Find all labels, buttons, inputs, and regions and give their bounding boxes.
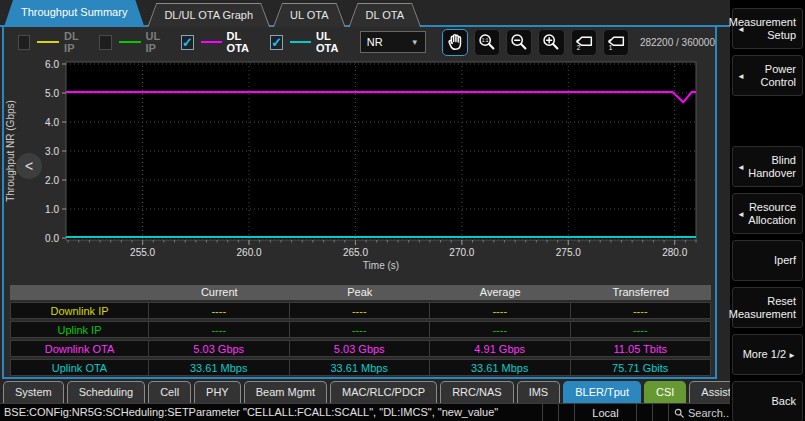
- more-button[interactable]: More 1/2►: [732, 334, 803, 375]
- row-label: Downlink OTA: [10, 340, 149, 357]
- svg-text:255.0: 255.0: [130, 247, 155, 258]
- blind-handover-button[interactable]: ◄BlindHandover: [732, 146, 803, 187]
- checkmark-icon: ✓: [182, 36, 193, 49]
- hand-icon: [444, 31, 466, 53]
- svg-text:1.0: 1.0: [45, 204, 59, 215]
- top-tab-bar: Throughput SummaryDL/UL OTA GraphUL OTAD…: [0, 0, 730, 27]
- zoom-fit-button[interactable]: 1:1: [474, 29, 500, 56]
- table-value-cell: ----: [430, 302, 571, 319]
- tab-dl-ota[interactable]: DL OTA: [349, 3, 422, 27]
- zoom-out-button[interactable]: [506, 29, 532, 56]
- table-value-cell: 5.03 Gbps: [149, 340, 290, 357]
- series-color-swatch: [37, 41, 59, 43]
- table-value-cell: 5.03 Gbps: [290, 340, 431, 357]
- svg-text:265.0: 265.0: [343, 247, 368, 258]
- search-icon: [674, 408, 684, 418]
- content-panel: DL IPUL IP✓DL OTA✓UL OTANR▼1:121282200 /…: [2, 27, 717, 379]
- svg-text:275.0: 275.0: [556, 247, 581, 258]
- throughput-chart[interactable]: 0.01.02.03.04.05.06.0255.0260.0265.0270.…: [4, 57, 715, 285]
- table-value-cell: ----: [149, 302, 290, 319]
- tab-scheduling[interactable]: Scheduling: [67, 381, 145, 403]
- power-control-button[interactable]: ◄PowerControl: [732, 55, 803, 96]
- tab-label: UL OTA: [273, 3, 346, 27]
- ul-ip-checkbox[interactable]: [99, 35, 111, 50]
- series-color-swatch: [201, 41, 222, 43]
- pan-button[interactable]: [442, 29, 468, 56]
- search-input[interactable]: Search...: [668, 404, 730, 421]
- table-header-cell: Average: [430, 285, 571, 300]
- legend-item-ul-ip: UL IP: [99, 30, 167, 54]
- tab-system[interactable]: System: [3, 381, 64, 403]
- table-value-cell: 11.05 Tbits: [571, 340, 712, 357]
- softkey-label-line: More 1/2: [743, 348, 786, 360]
- zoom-out-icon: [508, 31, 530, 53]
- chevron-left-icon: <: [25, 159, 33, 173]
- softkey-spacer: [732, 102, 803, 146]
- tab-label: DL/UL OTA Graph: [147, 3, 270, 27]
- legend-label: UL IP: [146, 30, 168, 54]
- dl-ip-checkbox[interactable]: [18, 35, 30, 50]
- svg-text:0.0: 0.0: [45, 233, 59, 244]
- zoom-fit-icon: 1:1: [476, 31, 498, 53]
- svg-text:2.0: 2.0: [45, 175, 59, 186]
- legend-label: UL OTA: [316, 30, 347, 54]
- tab-dl-ul-ota-graph[interactable]: DL/UL OTA Graph: [147, 3, 270, 27]
- table-value-cell: 33.61 Mbps: [430, 359, 571, 376]
- zoom-in-button[interactable]: [538, 29, 564, 56]
- status-cell-empty-4: [652, 404, 668, 421]
- table-row-downlink-ota: Downlink OTA5.03 Gbps5.03 Gbps4.91 Gbps1…: [10, 340, 711, 357]
- table-value-cell: 75.71 Gbits: [571, 359, 712, 376]
- tab-bler-tput[interactable]: BLER/Tput: [563, 381, 641, 403]
- ul-ota-checkbox[interactable]: ✓: [270, 35, 283, 50]
- tab-mac-rlc-pdcp[interactable]: MAC/RLC/PDCP: [330, 381, 437, 403]
- measurement-setup-button[interactable]: ◄MeasurementSetup: [732, 8, 803, 49]
- softkey-label-line: Allocation: [748, 214, 796, 227]
- chart-area[interactable]: 0.01.02.03.04.05.06.0255.0260.0265.0270.…: [4, 57, 715, 285]
- tab-phy[interactable]: PHY: [194, 381, 241, 403]
- tab-beam-mgmt[interactable]: Beam Mgmt: [244, 381, 327, 403]
- svg-text:3.0: 3.0: [45, 146, 59, 157]
- back-button[interactable]: Back: [732, 381, 803, 421]
- table-header-cell: Peak: [290, 285, 431, 300]
- softkey-label-line: Power: [765, 63, 796, 76]
- softkey-label-line: Resource: [749, 201, 796, 214]
- reset-measurement-button[interactable]: ResetMeasurement: [732, 287, 803, 328]
- search-placeholder: Search...: [688, 407, 732, 419]
- svg-text:1:1: 1:1: [482, 38, 489, 43]
- tab-cell[interactable]: Cell: [148, 381, 191, 403]
- iperf-button[interactable]: Iperf: [732, 240, 803, 281]
- tab-ul-ota[interactable]: UL OTA: [273, 3, 346, 27]
- table-header-cell: [10, 285, 149, 300]
- marker-1-icon: 1: [605, 31, 627, 53]
- tab-rrc-nas[interactable]: RRC/NAS: [440, 381, 514, 403]
- row-label: Downlink IP: [10, 302, 149, 319]
- table-header-row: CurrentPeakAverageTransferred: [10, 285, 711, 300]
- legend-label: DL OTA: [227, 30, 258, 54]
- series-color-swatch: [119, 41, 141, 43]
- throughput-table: CurrentPeakAverageTransferredDownlink IP…: [10, 285, 711, 376]
- legend-item-ul-ota: ✓UL OTA: [270, 30, 346, 54]
- marker-1-button[interactable]: 1: [603, 29, 629, 56]
- collapse-panel-handle[interactable]: <: [16, 153, 42, 179]
- triangle-right-icon: ►: [788, 351, 796, 360]
- resource-allocation-button[interactable]: ◄ResourceAllocation: [732, 193, 803, 234]
- bottom-tab-bar: SystemSchedulingCellPHYBeam MgmtMAC/RLC/…: [0, 379, 730, 403]
- table-value-cell: 4.91 Gbps: [430, 340, 571, 357]
- softkey-label-line: Blind: [772, 154, 796, 167]
- tab-ims[interactable]: IMS: [517, 381, 561, 403]
- tab-csi[interactable]: CSI: [644, 381, 686, 403]
- status-cell-empty-1: [542, 404, 558, 421]
- svg-text:6.0: 6.0: [45, 59, 59, 70]
- table-value-cell: ----: [571, 321, 712, 338]
- dl-ota-checkbox[interactable]: ✓: [181, 35, 194, 50]
- marker-2-button[interactable]: 2: [571, 29, 597, 56]
- tab-throughput-summary[interactable]: Throughput Summary: [4, 0, 144, 27]
- table-header-cell: Transferred: [571, 285, 712, 300]
- series-color-swatch: [290, 41, 311, 43]
- main-area: Throughput SummaryDL/UL OTA GraphUL OTAD…: [0, 0, 730, 421]
- triangle-left-icon: ◄: [737, 160, 745, 173]
- legend-item-dl-ip: DL IP: [18, 30, 86, 54]
- table-value-cell: ----: [430, 321, 571, 338]
- table-value-cell: ----: [149, 321, 290, 338]
- technology-dropdown[interactable]: NR▼: [360, 31, 426, 53]
